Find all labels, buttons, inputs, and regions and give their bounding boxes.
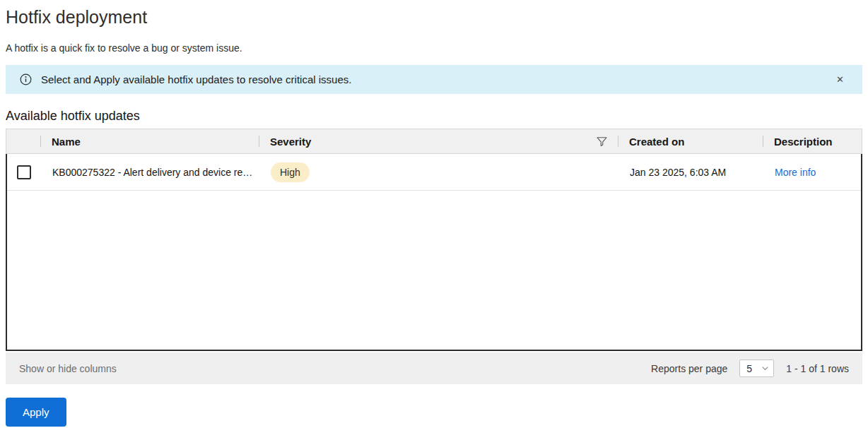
row-checkbox-cell [7,165,41,179]
apply-button[interactable]: Apply [6,398,66,427]
header-cell-select [6,129,40,153]
reports-per-page-label: Reports per page [651,363,727,374]
header-cell-created-on[interactable]: Created on [618,129,763,153]
page-size-value: 5 [746,363,752,374]
close-icon[interactable]: ✕ [832,72,848,87]
rows-summary: 1 - 1 of 1 rows [786,363,849,374]
severity-badge: High [271,162,310,182]
table-row: KB000275322 - Alert delivery and device … [7,154,861,191]
header-cell-severity[interactable]: Severity [259,129,618,153]
table-body: KB000275322 - Alert delivery and device … [6,154,862,351]
table-header-row: Name Severity Created on Description [6,129,862,154]
hotfix-deployment-page: Hotfix deployment A hotfix is a quick fi… [0,6,868,384]
pagination-controls: Reports per page 5 1 - 1 of 1 rows [651,359,849,377]
row-name-cell: KB000275322 - Alert delivery and device … [41,167,259,178]
row-description-cell: More info [763,167,861,178]
chevron-down-icon [761,364,769,372]
table-footer: Show or hide columns Reports per page 5 … [6,352,862,384]
banner-message: Select and Apply available hotfix update… [41,73,351,85]
show-hide-columns-button[interactable]: Show or hide columns [19,363,117,374]
row-checkbox[interactable] [17,165,31,179]
header-cell-description[interactable]: Description [763,129,862,153]
info-banner: Select and Apply available hotfix update… [6,65,862,94]
column-header-created-on: Created on [629,136,684,148]
section-title: Available hotfix updates [6,108,862,124]
row-severity-cell: High [259,162,618,182]
column-header-name: Name [52,136,81,148]
column-header-severity: Severity [270,136,311,148]
more-info-link[interactable]: More info [775,167,816,178]
row-created-on-cell: Jan 23 2025, 6:03 AM [618,167,763,178]
info-circle-icon [20,73,32,85]
column-header-description: Description [774,136,833,148]
header-cell-name[interactable]: Name [40,129,259,153]
page-subtitle: A hotfix is a quick fix to resolve a bug… [6,42,862,54]
filter-funnel-icon[interactable] [595,135,609,148]
reports-per-page-select[interactable]: 5 [739,359,774,377]
page-title: Hotfix deployment [6,6,862,28]
